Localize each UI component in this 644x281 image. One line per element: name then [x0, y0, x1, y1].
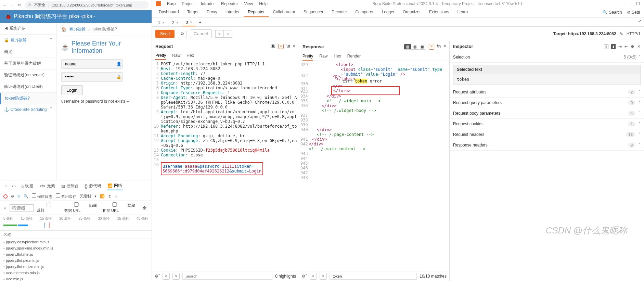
collapse-icon[interactable]: ⇥	[618, 44, 622, 49]
search-settings-icon[interactable]: ⚙ˇ	[155, 274, 160, 279]
funnel-icon[interactable]: ▽	[3, 206, 6, 210]
list-item[interactable]: ▫jquery.flot.pie.min.js	[0, 257, 152, 264]
record-icon[interactable]	[3, 194, 8, 199]
clear-icon[interactable]: ⊘	[11, 194, 14, 199]
tab-decoder[interactable]: Decoder	[327, 8, 351, 17]
settings-icon[interactable]: ⚙	[631, 44, 634, 49]
search-next[interactable]: >	[172, 273, 180, 280]
req-tab-raw[interactable]: Raw	[172, 52, 180, 60]
req-tab-pretty[interactable]: Pretty	[155, 52, 166, 60]
sidebar-item-form[interactable]: 基于表单的暴力破解	[0, 58, 56, 69]
view-mode-icon[interactable]: ≡	[278, 44, 284, 49]
tab-extensions[interactable]: Extensions	[425, 8, 453, 17]
tab-console[interactable]: ▤控制台	[61, 182, 79, 190]
inspect-icon[interactable]: ▭	[3, 184, 7, 189]
layout-toggle[interactable]: ▥▤▦	[404, 44, 426, 50]
tab-collaborator[interactable]: Collaborator	[269, 8, 299, 17]
username-input[interactable]: 👤	[61, 59, 123, 69]
inspector-req-headers[interactable]: Request headers13˅	[450, 129, 644, 140]
add-tab-button[interactable]: +	[196, 19, 204, 26]
tab-sources[interactable]: {}源代码	[84, 182, 102, 190]
home-icon[interactable]: 🏠	[61, 27, 66, 32]
tab-logger[interactable]: Logger	[378, 8, 399, 17]
inspector-req-attrs[interactable]: Request attributes2˅	[450, 87, 644, 98]
req-tab-hex[interactable]: Hex	[186, 52, 194, 60]
resp-tab-raw[interactable]: Raw	[319, 52, 327, 61]
inspector-cookies[interactable]: Request cookies1˅	[450, 119, 644, 129]
list-item[interactable]: ▫jquery.flot.resize.min.js	[0, 264, 152, 270]
request-search[interactable]	[182, 273, 272, 280]
inspector-resp-headers[interactable]: Response headers9˅	[450, 140, 644, 151]
wifi-icon[interactable]: 📶	[100, 194, 105, 199]
list-item[interactable]: ▫ace.min.js	[0, 276, 152, 281]
close-icon[interactable]: ✕	[637, 44, 641, 49]
tab-network[interactable]: 📶网络	[107, 182, 123, 190]
menu-intruder[interactable]: Intruder	[201, 1, 215, 6]
menu-help[interactable]: Help	[259, 1, 268, 6]
repeater-tab-1[interactable]: 1×	[155, 19, 168, 26]
sidebar-group-bruteforce[interactable]: 🔓 暴力破解 ˅	[0, 35, 56, 46]
search-icon[interactable]: 🔍 Search	[603, 10, 622, 15]
sidebar-item-token[interactable]: token防爆破?	[0, 93, 56, 104]
repeater-tab-2[interactable]: 2×	[169, 19, 182, 26]
list-item[interactable]: ▫jquery.flot.min.js	[0, 251, 152, 257]
menu-burp[interactable]: Burp	[167, 1, 176, 6]
menu-icon[interactable]: ≡	[293, 44, 295, 49]
prev-button[interactable]: <	[215, 30, 224, 38]
cancel-button[interactable]: Cancel	[190, 29, 212, 38]
inspector-body-params[interactable]: Request body parameters4˅	[450, 108, 644, 119]
tab-target[interactable]: Target	[183, 8, 203, 17]
http-version[interactable]: HTTP/1	[627, 31, 641, 36]
edit-target-icon[interactable]: ✎	[620, 31, 623, 36]
filter-input[interactable]	[10, 204, 34, 212]
gear-icon[interactable]: ⚙	[178, 30, 186, 38]
url-bar[interactable]: ⚠ 不安全 | 192.168.3.224:8082/vul/burteforc…	[25, 1, 149, 9]
response-search[interactable]	[330, 273, 417, 280]
back-icon[interactable]: ←	[3, 3, 7, 8]
view-mode-icon[interactable]: ≡	[429, 44, 434, 50]
sidebar-item-captcha-client[interactable]: 验证码绕过(on client)	[0, 81, 56, 93]
list-item[interactable]: ▫jquery.sparkline.index.min.js	[0, 245, 152, 251]
menu-view[interactable]: View	[244, 1, 253, 6]
filter-icon[interactable]: ▽	[17, 194, 20, 199]
tab-elements[interactable]: </>元素	[39, 182, 55, 190]
request-editor[interactable]: 1POST /vul/burteforce/bf_token.php HTTP/…	[152, 60, 299, 271]
device-icon[interactable]: ▭	[12, 184, 16, 189]
tab-comparer[interactable]: Comparer	[351, 8, 377, 17]
resp-tab-hex[interactable]: Hex	[334, 52, 341, 61]
next-button[interactable]: >	[224, 30, 232, 38]
column-name[interactable]: 名称	[0, 231, 152, 239]
list-item[interactable]: ▫jquery.easypiechart.min.js	[0, 239, 152, 245]
response-editor[interactable]: 929<label> <input class="submit" name="s…	[299, 61, 449, 271]
newline-icon[interactable]: \n	[286, 44, 290, 49]
menu-repeater[interactable]: Repeater	[221, 1, 238, 6]
minimize-icon[interactable]: —	[627, 1, 631, 6]
tab-dashboard[interactable]: Dashboard	[155, 8, 183, 17]
menu-icon[interactable]: ≡	[443, 44, 446, 50]
tab-sequencer[interactable]: Sequencer	[299, 8, 327, 17]
tab-proxy[interactable]: Proxy	[203, 8, 221, 17]
resp-tab-pretty[interactable]: Pretty	[302, 52, 313, 61]
tab-repeater[interactable]: Repeater	[244, 8, 269, 17]
hide-icon[interactable]: 👁‍🗨	[270, 44, 275, 49]
tab-organizer[interactable]: Organizer	[399, 8, 425, 17]
repeater-tab-3[interactable]: 3×	[182, 19, 196, 26]
search-settings-icon[interactable]: ⚙ˇ	[302, 274, 307, 279]
settings-icon[interactable]: ⚙ Setti	[627, 10, 640, 15]
download-icon[interactable]: ↧	[115, 194, 118, 199]
sidebar-item-captcha-server[interactable]: 验证码绕过(on server)	[0, 69, 56, 81]
sidebar-group-xss[interactable]: ⚓ Cross-Site Scripting ˅	[0, 104, 56, 115]
upload-icon[interactable]: ↥	[108, 194, 111, 199]
password-input[interactable]: 🔒	[61, 72, 123, 82]
login-button[interactable]: Login	[61, 85, 83, 95]
forward-icon[interactable]: →	[10, 3, 14, 8]
search-prev[interactable]: <	[310, 273, 317, 280]
search-next[interactable]: >	[320, 273, 327, 280]
tab-welcome[interactable]: ⌂欢迎	[21, 182, 34, 190]
expand-icon[interactable]: ⤢	[638, 19, 641, 26]
maximize-icon[interactable]: ☐	[636, 1, 640, 6]
send-button[interactable]: Send	[155, 30, 175, 38]
menu-project[interactable]: Project	[182, 1, 194, 6]
sidebar-intro[interactable]: ◀ 系统介绍	[0, 23, 56, 35]
newline-icon[interactable]: \n	[437, 44, 441, 50]
